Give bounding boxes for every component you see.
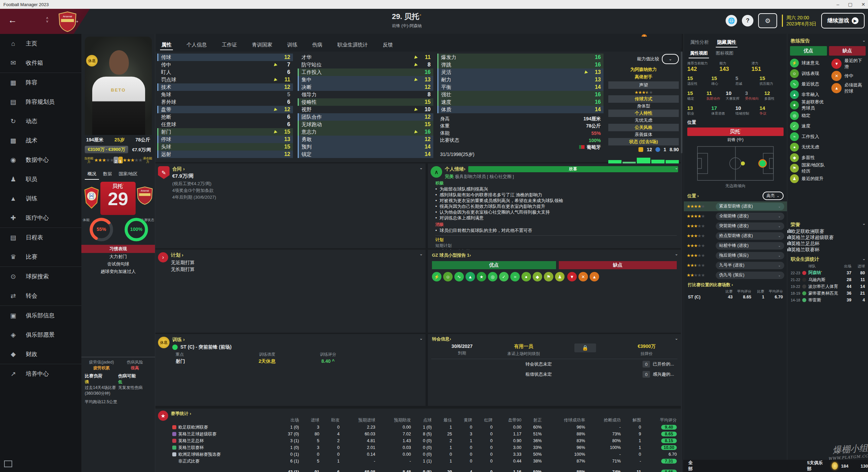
collapse-icon[interactable]: ⌄ [419,336,423,341]
attribute-row[interactable]: 无球跑动15 [298,121,433,128]
footer-all[interactable]: 全部 [688,460,695,472]
attribute-row[interactable]: 平衡14 [437,83,604,91]
sidebar-item-data-hub[interactable]: ◉数据中心 [0,150,81,170]
sidebar-item-dynamics[interactable]: ↻动态 [0,112,81,131]
attribute-row[interactable]: 角球5 [157,91,293,98]
player-card-tab-数据[interactable]: 数据 [100,169,115,179]
role-row[interactable]: ★★★★★突前前锋 (进攻)⌄ [684,221,787,231]
season-stats-row[interactable]: 英格兰足总杯3 (1)524.811.430 (0)2100.9036%83%8… [171,437,678,444]
role-row[interactable]: ★★★★★站桩中锋 (进攻)⌄ [684,241,787,251]
sidebar-item-schedule[interactable]: ▤日程表 [0,228,81,247]
sidebar-item-club-vision[interactable]: ◈俱乐部愿景 [0,325,81,345]
continue-button[interactable]: 继续游戏▶ [821,13,865,28]
scout-title[interactable]: GZ 球员小型报告 1› [432,252,677,258]
collapse-icon[interactable]: ⌄ [862,38,866,43]
attribute-row[interactable]: 防守站位8 [298,61,433,68]
view-tab-图标视图[interactable]: 图标视图 [712,48,737,58]
role-row[interactable]: ★★★★★★九号半 (进攻)⌄ [684,260,787,270]
attribute-row[interactable]: 停球13 [157,136,293,143]
subtab-个人信息[interactable]: 个人信息 [180,38,213,52]
sidebar-item-squad[interactable]: ▦阵容 [0,73,81,92]
settings-gear-icon[interactable]: ⚙ [758,13,777,28]
season-stats-row[interactable]: 欧洲足球锦标赛预选赛0 (1)000.140.000 (0)0003.3350%… [171,451,678,458]
attribute-row[interactable]: 预判14 [298,143,433,151]
attribute-row[interactable]: 侵略性15 [298,98,433,106]
subtab-训练[interactable]: 训练 [281,38,303,52]
collapse-icon[interactable]: ⌄ [675,252,678,256]
coach-report-title[interactable]: 教练报告 [787,34,868,46]
sidebar-item-transfers[interactable]: ⇄转会 [0,286,81,306]
transfer-title[interactable]: 转会信息› [428,334,681,342]
plans-title[interactable]: 计划 › [171,252,195,258]
window-mode-icon[interactable] [4,460,12,467]
attribute-row[interactable]: 速度16 [437,98,604,106]
sidebar-item-home[interactable]: ⌂主页 [0,34,81,53]
sidebar-item-club-info[interactable]: ▣俱乐部信息 [0,306,81,325]
attribute-row[interactable]: 头球15 [157,143,293,151]
collapse-icon[interactable]: ⌄ [862,256,866,261]
sidebar-item-scouting[interactable]: ⊙球探搜索 [0,267,81,286]
attribute-row[interactable]: 视野10 [298,106,433,113]
highlight-dropdown[interactable]: 高亮⌄ [763,192,784,200]
attribute-row[interactable]: 勇敢12 [298,136,433,143]
maximize-icon[interactable]: ▢ [848,2,852,7]
analysis-tab-隐藏属性[interactable]: 隐藏属性 [714,37,739,47]
attribute-row[interactable]: 工作投入16 [298,68,433,76]
collapse-icon[interactable]: ⌄ [862,221,866,226]
sidebar-item-tactics[interactable]: ▩战术 [0,131,81,150]
honours-title[interactable]: 荣誉 [787,221,868,229]
role-row[interactable]: ★★★★★全能前锋 (进攻)⌄ [684,211,787,221]
attribute-row[interactable]: 技术12 [157,83,293,91]
attribute-row[interactable]: 传球12 [157,54,293,61]
sidebar-item-development[interactable]: ↗培养中心 [0,364,81,383]
career-row[interactable]: 19-22波尔蒂芒人体育4414 [787,283,868,290]
role-row[interactable]: ★★★★★伪九号 (策应)⌄ [684,270,787,280]
transfer-status-row[interactable]: 租借状态未定0感兴趣的... [431,369,677,379]
subtab-伤病[interactable]: 伤病 [306,38,329,52]
attribute-row[interactable]: 镇定14 [298,151,433,158]
attribute-row[interactable]: 决断12 [298,83,433,91]
season-stats-row[interactable]: 英格兰足球超级联赛37 (0)80460.037.028 (5)25301.17… [171,431,678,437]
collapse-icon[interactable]: ⌄ [419,252,423,256]
career-title[interactable]: 职业生涯统计 [787,253,868,263]
sidebar-item-staff[interactable]: ♟职员 [0,170,81,189]
attribute-row[interactable]: 盯人6 [157,68,293,76]
contract-title[interactable]: 合同 › [172,166,216,172]
attribute-row[interactable]: 爆发力16 [437,54,604,61]
career-row[interactable]: 14-18蒂雷斯394 [787,297,868,303]
career-row[interactable]: 22-23阿森纳▪3780 [787,270,868,276]
back-icon[interactable]: ← [8,15,17,25]
help-icon[interactable]: ? [742,15,753,26]
sidebar-item-planner[interactable]: ▤阵容规划员 [0,92,81,112]
subtab-反馈[interactable]: 反馈 [377,38,399,52]
player-value[interactable]: €3100万 - €3900万 [85,146,128,153]
world-icon[interactable]: 🌐 [726,15,737,26]
attribute-row[interactable]: 耐力13 [437,76,604,83]
subtab-属性[interactable]: 属性 [155,38,178,52]
attribute-row[interactable]: 意志力16 [298,128,433,136]
role-row[interactable]: ★★★★★抢点型前锋 (进攻)⌄ [684,231,787,241]
attribute-row[interactable]: 射门15 [157,128,293,136]
morale-title[interactable]: 个人情绪› [445,166,466,172]
sidebar-item-competitions[interactable]: ♛比赛 [0,247,81,267]
collapse-icon[interactable]: ⌄ [419,165,423,170]
attribute-row[interactable]: 任意球6 [157,121,293,128]
attribute-row[interactable]: 传中7 [157,61,293,68]
career-row[interactable]: 18-19蒙蒂霍奥林匹克3621 [787,290,868,297]
subtab-工作证[interactable]: 工作证 [216,38,243,52]
attribute-row[interactable]: 界外球6 [157,98,293,106]
attribute-row[interactable]: 远射12 [157,151,293,158]
attribute-row[interactable]: 集中13 [298,76,433,83]
view-tab-属性视图[interactable]: 属性视图 [687,48,711,58]
lock-value-icon[interactable]: 🔒 [574,343,596,352]
subtab-青训国家[interactable]: 青训国家 [246,38,278,52]
sidebar-item-medical[interactable]: ✚医疗中心 [0,208,81,228]
collapse-icon[interactable]: ⌄ [675,165,678,170]
season-stats-row[interactable]: 非正式比赛6 (1)51--1 (1)1000.4438%87%71%-7.31 [171,458,678,465]
analysis-tab-属性分析[interactable]: 属性分析 [687,37,712,47]
attribute-row[interactable]: 团队合作12 [298,113,433,121]
attribute-row[interactable]: 强壮16 [437,91,604,98]
attribute-row[interactable]: 罚点球11 [157,76,293,83]
role-row[interactable]: ★★★★★拖后前锋 (策应)⌄ [684,251,787,260]
attribute-row[interactable]: 盘带12 [157,106,293,113]
